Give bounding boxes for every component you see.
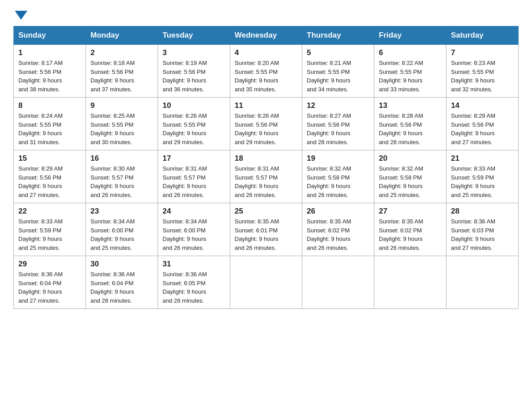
weekday-header-tuesday: Tuesday bbox=[158, 26, 230, 45]
day-number: 20 bbox=[379, 154, 442, 163]
day-info: Sunrise: 8:32 AM Sunset: 5:58 PM Dayligh… bbox=[307, 164, 369, 199]
calendar-cell: 13Sunrise: 8:28 AM Sunset: 5:56 PM Dayli… bbox=[374, 98, 446, 150]
day-number: 15 bbox=[18, 154, 81, 163]
calendar-table: SundayMondayTuesdayWednesdayThursdayFrid… bbox=[13, 26, 519, 309]
calendar-cell: 14Sunrise: 8:29 AM Sunset: 5:56 PM Dayli… bbox=[446, 98, 519, 150]
calendar-cell: 28Sunrise: 8:36 AM Sunset: 6:03 PM Dayli… bbox=[446, 203, 519, 256]
calendar-cell: 8Sunrise: 8:24 AM Sunset: 5:55 PM Daylig… bbox=[14, 98, 86, 150]
calendar-cell: 30Sunrise: 8:36 AM Sunset: 6:04 PM Dayli… bbox=[86, 256, 158, 309]
day-info: Sunrise: 8:24 AM Sunset: 5:55 PM Dayligh… bbox=[18, 111, 81, 146]
day-info: Sunrise: 8:29 AM Sunset: 5:56 PM Dayligh… bbox=[451, 111, 514, 146]
day-number: 18 bbox=[235, 154, 297, 163]
calendar-cell bbox=[230, 256, 302, 309]
day-number: 2 bbox=[90, 48, 153, 57]
calendar-header: SundayMondayTuesdayWednesdayThursdayFrid… bbox=[14, 26, 519, 45]
day-info: Sunrise: 8:17 AM Sunset: 5:56 PM Dayligh… bbox=[18, 59, 81, 94]
day-number: 30 bbox=[90, 260, 153, 269]
calendar-cell: 17Sunrise: 8:31 AM Sunset: 5:57 PM Dayli… bbox=[158, 150, 230, 203]
day-info: Sunrise: 8:33 AM Sunset: 5:59 PM Dayligh… bbox=[18, 217, 81, 252]
calendar-cell: 7Sunrise: 8:23 AM Sunset: 5:55 PM Daylig… bbox=[446, 45, 519, 98]
day-info: Sunrise: 8:31 AM Sunset: 5:57 PM Dayligh… bbox=[163, 164, 225, 199]
calendar-cell: 6Sunrise: 8:22 AM Sunset: 5:55 PM Daylig… bbox=[374, 45, 446, 98]
day-info: Sunrise: 8:36 AM Sunset: 6:04 PM Dayligh… bbox=[90, 270, 153, 305]
calendar-cell: 20Sunrise: 8:32 AM Sunset: 5:58 PM Dayli… bbox=[374, 150, 446, 203]
day-info: Sunrise: 8:33 AM Sunset: 5:59 PM Dayligh… bbox=[451, 164, 514, 199]
day-number: 28 bbox=[451, 207, 514, 216]
day-info: Sunrise: 8:22 AM Sunset: 5:55 PM Dayligh… bbox=[379, 59, 442, 94]
day-number: 13 bbox=[379, 101, 442, 110]
day-number: 16 bbox=[90, 154, 153, 163]
calendar-week-5: 29Sunrise: 8:36 AM Sunset: 6:04 PM Dayli… bbox=[14, 256, 519, 309]
calendar-cell: 29Sunrise: 8:36 AM Sunset: 6:04 PM Dayli… bbox=[14, 256, 86, 309]
day-number: 14 bbox=[451, 101, 514, 110]
weekday-header-sunday: Sunday bbox=[14, 26, 86, 45]
calendar-cell: 9Sunrise: 8:25 AM Sunset: 5:55 PM Daylig… bbox=[86, 98, 158, 150]
calendar-cell: 11Sunrise: 8:26 AM Sunset: 5:56 PM Dayli… bbox=[230, 98, 302, 150]
day-info: Sunrise: 8:34 AM Sunset: 6:00 PM Dayligh… bbox=[90, 217, 153, 252]
day-info: Sunrise: 8:31 AM Sunset: 5:57 PM Dayligh… bbox=[235, 164, 297, 199]
day-number: 27 bbox=[379, 207, 442, 216]
day-number: 5 bbox=[307, 48, 369, 57]
day-number: 4 bbox=[235, 48, 297, 57]
day-info: Sunrise: 8:25 AM Sunset: 5:55 PM Dayligh… bbox=[90, 111, 153, 146]
weekday-header-monday: Monday bbox=[86, 26, 158, 45]
calendar-cell: 16Sunrise: 8:30 AM Sunset: 5:57 PM Dayli… bbox=[86, 150, 158, 203]
day-info: Sunrise: 8:36 AM Sunset: 6:04 PM Dayligh… bbox=[18, 270, 81, 305]
calendar-cell: 27Sunrise: 8:35 AM Sunset: 6:02 PM Dayli… bbox=[374, 203, 446, 256]
day-number: 3 bbox=[163, 48, 225, 57]
day-number: 31 bbox=[163, 260, 225, 269]
day-info: Sunrise: 8:26 AM Sunset: 5:55 PM Dayligh… bbox=[163, 111, 225, 146]
calendar-cell: 25Sunrise: 8:35 AM Sunset: 6:01 PM Dayli… bbox=[230, 203, 302, 256]
day-info: Sunrise: 8:20 AM Sunset: 5:55 PM Dayligh… bbox=[235, 59, 297, 94]
day-info: Sunrise: 8:36 AM Sunset: 6:03 PM Dayligh… bbox=[451, 217, 514, 252]
calendar-cell: 5Sunrise: 8:21 AM Sunset: 5:55 PM Daylig… bbox=[302, 45, 374, 98]
weekday-header-thursday: Thursday bbox=[302, 26, 374, 45]
day-number: 24 bbox=[163, 207, 225, 216]
day-number: 10 bbox=[163, 101, 225, 110]
day-number: 22 bbox=[18, 207, 81, 216]
day-info: Sunrise: 8:26 AM Sunset: 5:56 PM Dayligh… bbox=[235, 111, 297, 146]
calendar-week-3: 15Sunrise: 8:29 AM Sunset: 5:56 PM Dayli… bbox=[14, 150, 519, 203]
day-info: Sunrise: 8:34 AM Sunset: 6:00 PM Dayligh… bbox=[163, 217, 225, 252]
calendar-week-1: 1Sunrise: 8:17 AM Sunset: 5:56 PM Daylig… bbox=[14, 45, 519, 98]
day-info: Sunrise: 8:35 AM Sunset: 6:02 PM Dayligh… bbox=[379, 217, 442, 252]
day-number: 1 bbox=[18, 48, 81, 57]
day-number: 23 bbox=[90, 207, 153, 216]
calendar-cell: 4Sunrise: 8:20 AM Sunset: 5:55 PM Daylig… bbox=[230, 45, 302, 98]
day-number: 9 bbox=[90, 101, 153, 110]
day-number: 25 bbox=[235, 207, 297, 216]
day-number: 29 bbox=[18, 260, 81, 269]
day-number: 7 bbox=[451, 48, 514, 57]
day-info: Sunrise: 8:29 AM Sunset: 5:56 PM Dayligh… bbox=[18, 164, 81, 199]
logo-arrow-icon bbox=[15, 11, 27, 20]
logo bbox=[13, 9, 27, 18]
day-number: 19 bbox=[307, 154, 369, 163]
day-info: Sunrise: 8:18 AM Sunset: 5:56 PM Dayligh… bbox=[90, 59, 153, 94]
calendar-week-2: 8Sunrise: 8:24 AM Sunset: 5:55 PM Daylig… bbox=[14, 98, 519, 150]
weekday-header-saturday: Saturday bbox=[446, 26, 519, 45]
calendar-cell: 15Sunrise: 8:29 AM Sunset: 5:56 PM Dayli… bbox=[14, 150, 86, 203]
day-number: 12 bbox=[307, 101, 369, 110]
day-number: 21 bbox=[451, 154, 514, 163]
calendar-cell: 1Sunrise: 8:17 AM Sunset: 5:56 PM Daylig… bbox=[14, 45, 86, 98]
day-info: Sunrise: 8:21 AM Sunset: 5:55 PM Dayligh… bbox=[307, 59, 369, 94]
calendar-cell: 18Sunrise: 8:31 AM Sunset: 5:57 PM Dayli… bbox=[230, 150, 302, 203]
calendar-cell: 22Sunrise: 8:33 AM Sunset: 5:59 PM Dayli… bbox=[14, 203, 86, 256]
day-number: 11 bbox=[235, 101, 297, 110]
calendar-cell: 19Sunrise: 8:32 AM Sunset: 5:58 PM Dayli… bbox=[302, 150, 374, 203]
day-info: Sunrise: 8:32 AM Sunset: 5:58 PM Dayligh… bbox=[379, 164, 442, 199]
calendar-cell: 31Sunrise: 8:36 AM Sunset: 6:05 PM Dayli… bbox=[158, 256, 230, 309]
calendar-cell bbox=[302, 256, 374, 309]
calendar-cell: 26Sunrise: 8:35 AM Sunset: 6:02 PM Dayli… bbox=[302, 203, 374, 256]
day-info: Sunrise: 8:35 AM Sunset: 6:02 PM Dayligh… bbox=[307, 217, 369, 252]
day-info: Sunrise: 8:35 AM Sunset: 6:01 PM Dayligh… bbox=[235, 217, 297, 252]
calendar-cell bbox=[446, 256, 519, 309]
day-number: 6 bbox=[379, 48, 442, 57]
day-info: Sunrise: 8:27 AM Sunset: 5:56 PM Dayligh… bbox=[307, 111, 369, 146]
calendar-cell: 3Sunrise: 8:19 AM Sunset: 5:56 PM Daylig… bbox=[158, 45, 230, 98]
day-info: Sunrise: 8:28 AM Sunset: 5:56 PM Dayligh… bbox=[379, 111, 442, 146]
weekday-header-friday: Friday bbox=[374, 26, 446, 45]
calendar-cell: 2Sunrise: 8:18 AM Sunset: 5:56 PM Daylig… bbox=[86, 45, 158, 98]
calendar-cell bbox=[374, 256, 446, 309]
day-number: 17 bbox=[163, 154, 225, 163]
